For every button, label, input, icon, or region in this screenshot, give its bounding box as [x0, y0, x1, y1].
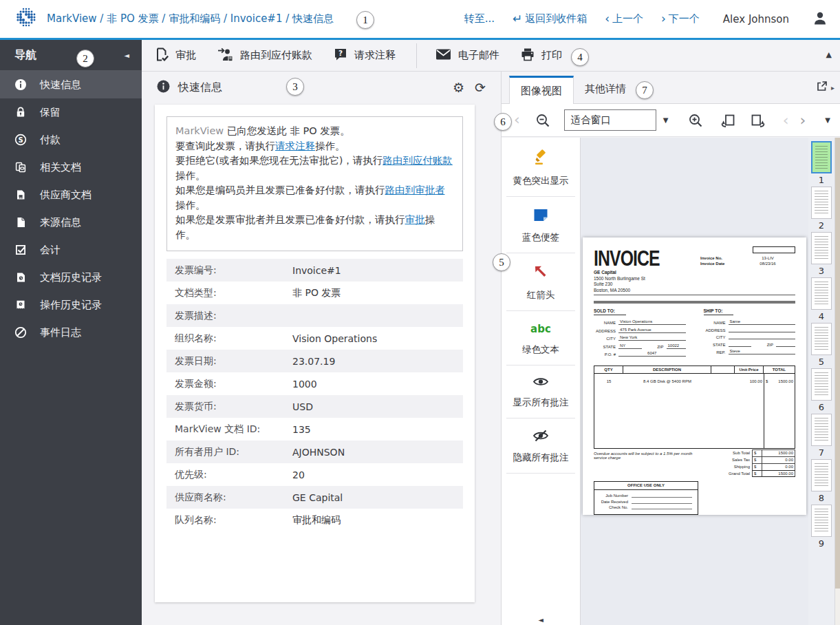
zoom-select-caret-icon[interactable]: ▼ — [663, 116, 669, 124]
header-actions: 转至... ↵返回到收件箱 ‹上一个 ›下一个 Alex Johnson — [446, 10, 828, 28]
invoice-items-table: QTY DESCRIPTION Unit Price TOTAL 15 8.4 … — [594, 366, 795, 449]
previous-link[interactable]: ‹上一个 — [605, 12, 643, 25]
office-use-box: OFFICE USE ONLY Job Number Date Received… — [594, 481, 698, 516]
page-thumbnail-9[interactable] — [811, 505, 832, 537]
eye-off-icon — [532, 429, 549, 445]
page-back-icon[interactable]: ‹ — [514, 112, 520, 127]
callout-3: 3 — [286, 78, 304, 96]
hide-all-annotations-tool[interactable]: 隐藏所有批注 — [502, 419, 580, 473]
page-thumbnail-4[interactable] — [811, 277, 832, 310]
print-button[interactable]: 打印 — [520, 47, 562, 65]
back-to-inbox-link[interactable]: ↵返回到收件箱 — [513, 12, 587, 25]
page-number-label: 6 — [819, 401, 824, 414]
green-text-tool[interactable]: abc 绿色文本 — [502, 311, 580, 365]
email-button[interactable]: 电子邮件 — [435, 47, 499, 64]
prohibition-icon — [14, 326, 27, 339]
rotate-right-icon[interactable] — [749, 112, 766, 129]
page-thumbnail-3[interactable] — [811, 232, 832, 264]
invoice-totals: Sub Total$1500.00 Sales Tax$0.00 Shippin… — [704, 449, 795, 477]
sidebar-item-event-log[interactable]: 事件日志 — [0, 319, 142, 346]
route-to-ap-button[interactable]: 路由到应付账款 — [217, 47, 312, 65]
show-all-annotations-tool[interactable]: 显示所有批注 — [502, 366, 580, 418]
sidebar-item-quick-info[interactable]: 快速信息 — [0, 71, 142, 98]
scrollbar-thumb[interactable] — [835, 138, 840, 589]
open-in-new-window-icon[interactable] — [816, 81, 828, 95]
viewer-menu-caret-icon[interactable]: ▼ — [825, 116, 830, 124]
doc-history-icon — [14, 271, 27, 284]
sidebar-item-label: 会计 — [40, 244, 61, 257]
prev-page-icon[interactable]: ‹ — [783, 113, 789, 128]
sidebar-item-related-documents[interactable]: 相关文档 — [0, 153, 142, 181]
thumbnail-scrollbar[interactable] — [834, 138, 840, 625]
goto-link[interactable]: 转至... — [464, 12, 495, 25]
page-thumbnail-8[interactable] — [811, 459, 832, 491]
page-title: 快速信息 — [178, 81, 222, 95]
annotation-collapse-icon[interactable]: ◄ — [538, 616, 543, 624]
sidebar-item-label: 快速信息 — [40, 78, 81, 92]
next-page-icon[interactable]: › — [799, 113, 806, 128]
approve-link[interactable]: 审批 — [405, 214, 425, 225]
sidebar-item-label: 保留 — [40, 106, 61, 119]
yellow-highlight-tool[interactable]: 黄色突出显示 — [502, 138, 580, 196]
zoom-in-icon[interactable] — [688, 113, 703, 128]
page-thumbnail-7[interactable] — [811, 414, 832, 446]
field-row-invoice-date: 发票日期:23.07.19 — [166, 350, 463, 372]
request-comment-link[interactable]: 请求注释 — [275, 140, 315, 151]
settings-gear-icon[interactable]: ⚙ — [453, 81, 464, 94]
invoice-document-page: INVOICE Invoice No.13-LIV Invoice Date08… — [583, 237, 806, 515]
sidebar-item-hold[interactable]: 保留 — [0, 98, 142, 126]
callout-1: 1 — [356, 11, 374, 29]
sidebar-collapse-icon[interactable]: ◄ — [124, 52, 129, 59]
breadcrumb[interactable]: MarkView / 非 PO 发票 / 审批和编码 / Invoice#1 /… — [47, 12, 334, 25]
info-icon — [14, 78, 27, 91]
blue-note-tool[interactable]: 蓝色便签 — [502, 197, 580, 253]
zoom-out-icon[interactable] — [535, 113, 550, 128]
svg-text:S: S — [18, 136, 23, 144]
sidebar-item-label: 供应商文档 — [40, 189, 91, 202]
red-arrow-tool[interactable]: 红箭头 — [502, 253, 580, 310]
page-number-label: 9 — [819, 537, 824, 550]
chevron-right-icon: › — [661, 13, 666, 25]
viewer-tabs: 图像视图 其他详情 ▸ — [502, 72, 840, 104]
next-link[interactable]: ›下一个 — [661, 12, 700, 25]
field-row-priority: 优先级:20 — [166, 463, 463, 486]
zoom-level-select[interactable]: 适合窗口 — [564, 109, 656, 131]
route-to-approver-link[interactable]: 路由到审批者 — [385, 184, 445, 195]
sidebar-item-payment[interactable]: S 付款 — [0, 126, 142, 153]
annotation-toolbar: 黄色突出显示 蓝色便签 红箭头 abc 绿色文本 — [502, 138, 581, 625]
sidebar-item-source-info[interactable]: 来源信息 — [0, 209, 142, 236]
sidebar-item-label: 事件日志 — [40, 326, 81, 339]
page-thumbnail-5[interactable] — [811, 323, 832, 355]
invoice-company-block: GE Capital 1500 North Burlingame St Suit… — [594, 270, 795, 295]
page-thumbnail-strip: 1 2 3 4 5 6 7 8 9 — [808, 138, 834, 625]
refresh-icon[interactable]: ⟳ — [475, 81, 486, 94]
sidebar-item-document-history[interactable]: 文档历史记录 — [0, 264, 142, 291]
page-thumbnail-2[interactable] — [811, 187, 832, 219]
approve-button[interactable]: 审批 — [154, 47, 196, 65]
field-row-invoice-description: 发票描述: — [166, 304, 463, 327]
request-comment-button[interactable]: ? 请求注释 — [333, 47, 396, 65]
field-row-document-type: 文档类型:非 PO 发票 — [166, 282, 463, 304]
rotate-left-icon[interactable] — [720, 112, 737, 129]
sidebar-header: 导航 ◄ — [0, 40, 142, 71]
related-docs-icon — [14, 161, 27, 173]
page-thumbnail-1[interactable] — [811, 141, 832, 173]
sidebar-item-accounting[interactable]: 会计 — [0, 236, 142, 264]
tab-image-view[interactable]: 图像视图 — [509, 76, 574, 104]
invoice-date-value: 08/23/16 — [740, 262, 795, 266]
route-to-ap-link[interactable]: 路由到应付账款 — [383, 155, 453, 166]
sidebar-item-action-history[interactable]: 操作历史记录 — [0, 291, 142, 319]
toolbar-divider — [416, 43, 417, 68]
viewer-body: 黄色突出显示 蓝色便签 红箭头 abc 绿色文本 — [502, 138, 840, 625]
submenu-arrow-icon[interactable]: ▸ — [831, 84, 834, 92]
page-thumbnail-6[interactable] — [811, 368, 832, 401]
invoice-note: Overdue accounts will be subject to a 1.… — [594, 449, 704, 477]
tab-other-details[interactable]: 其他详情 — [574, 75, 637, 103]
user-avatar-icon[interactable] — [812, 10, 828, 28]
document-image-area[interactable]: INVOICE Invoice No.13-LIV Invoice Date08… — [581, 138, 808, 625]
invoice-fields: 发票编号:Invoice#1 文档类型:非 PO 发票 发票描述: 组织名称:V… — [166, 259, 463, 531]
sidebar-item-label: 来源信息 — [40, 216, 81, 229]
toolbar-collapse-icon[interactable]: ▲ — [826, 50, 832, 59]
sidebar-title: 导航 — [14, 48, 36, 63]
sidebar-item-vendor-documents[interactable]: 供应商文档 — [0, 181, 142, 209]
